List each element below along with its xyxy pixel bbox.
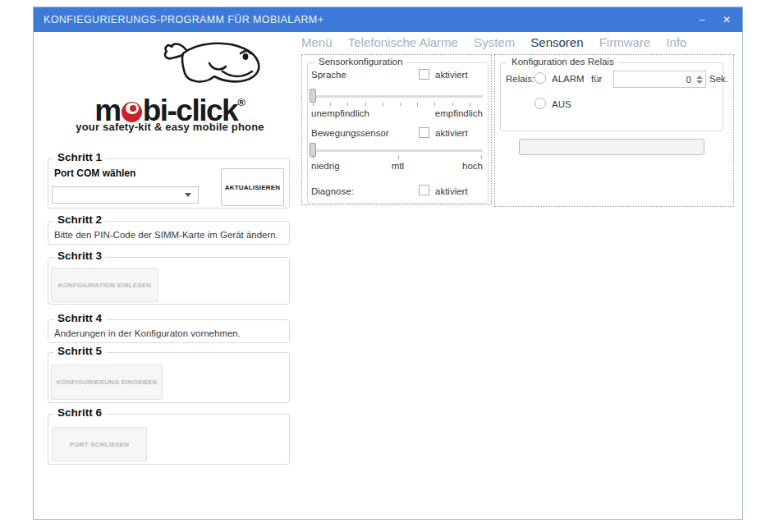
bewegungssensor-mid-label: mtl xyxy=(392,161,404,171)
tick-low xyxy=(313,155,314,159)
relais-alarm-label: ALARM xyxy=(552,74,585,84)
tab-sensoren[interactable]: Sensoren xyxy=(530,35,583,49)
bewegungssensor-high-label: hoch xyxy=(462,161,483,171)
close-icon[interactable]: ✕ xyxy=(714,7,739,32)
red-swirl-o-icon xyxy=(122,102,142,122)
diagnose-label: Diagnose: xyxy=(311,186,354,196)
sensor-panel: Sensorkonfiguration Sprache aktiviert un… xyxy=(301,54,492,205)
sensorkonfiguration-groupbox: Sensorkonfiguration Sprache aktiviert un… xyxy=(307,62,489,204)
sprache-min-label: unempfindlich xyxy=(311,108,369,118)
bewegungssensor-aktiviert-label: aktiviert xyxy=(435,128,468,138)
com-port-select[interactable] xyxy=(52,186,199,204)
window-title: KONFIEGURIERUNGS-PROGRAMM FÜR MOBIALARM+ xyxy=(34,14,690,25)
port-schliessen-button[interactable]: PORT SCHLIEßEN xyxy=(52,427,147,461)
tab-info[interactable]: Info xyxy=(666,35,686,49)
sek-unit-label: Sek. xyxy=(709,74,728,84)
sprache-aktiviert-checkbox[interactable] xyxy=(419,69,429,80)
tick-high xyxy=(481,155,482,159)
port-com-label: Port COM wählen xyxy=(54,167,135,179)
relais-groupbox-title: Konfiguration des Relais xyxy=(507,57,618,66)
relais-alarm-radio[interactable] xyxy=(535,72,546,84)
brand-tagline: your safety-kit & easy mobile phone xyxy=(50,121,290,133)
step-5-box: Schritt 5 KONFIGURIERUNG EINGEBEN xyxy=(48,352,290,403)
sprache-label: Sprache xyxy=(311,70,346,80)
step-4-title: Schritt 4 xyxy=(53,312,106,324)
relais-aus-label: AUS xyxy=(552,99,571,109)
step-6-title: Schritt 6 xyxy=(53,406,106,419)
tick-mid xyxy=(398,155,399,159)
sprache-max-label: empfindlich xyxy=(435,108,483,118)
tab-telefonische-alarme[interactable]: Telefonische Alarme xyxy=(348,35,458,49)
step-1-title: Schritt 1 xyxy=(53,151,106,163)
step-2-text: Bitte den PIN-Code der SIMM-Karte im Ger… xyxy=(54,230,278,240)
konfiguration-einlesen-button[interactable]: KONFIGURATION EINLESEN xyxy=(51,268,158,302)
sprache-slider-thumb[interactable] xyxy=(310,89,316,103)
diagnose-aktiviert-label: aktiviert xyxy=(435,186,468,196)
aktualisieren-button[interactable]: AKTUALISIEREN xyxy=(221,168,284,206)
relais-label: Relais: xyxy=(506,74,535,84)
step-2-box: Schritt 2 Bitte den PIN-Code der SIMM-Ka… xyxy=(48,221,290,245)
bewegungssensor-slider-track[interactable] xyxy=(311,149,483,152)
tab-menue[interactable]: Menü xyxy=(301,35,333,49)
spinner-arrows-icon[interactable] xyxy=(694,71,705,87)
progress-bar xyxy=(519,139,704,155)
duration-spinner[interactable]: 0 xyxy=(613,71,706,88)
step-1-box: Schritt 1 Port COM wählen AKTUALISIEREN xyxy=(48,158,290,209)
step-3-title: Schritt 3 xyxy=(53,250,106,262)
tab-system[interactable]: System xyxy=(474,35,515,49)
step-6-box: Schritt 6 PORT SCHLIEßEN xyxy=(48,414,290,465)
step-3-box: Schritt 3 KONFIGURATION EINLESEN xyxy=(48,257,290,305)
brand-logo: mbi-click® your safety-kit & easy mobile… xyxy=(50,37,290,144)
sprache-slider-track[interactable] xyxy=(311,95,483,98)
diagnose-aktiviert-checkbox[interactable] xyxy=(419,185,429,195)
step-5-title: Schritt 5 xyxy=(53,345,106,357)
konfigurierung-eingeben-button[interactable]: KONFIGURIERUNG EINGEBEN xyxy=(51,365,163,400)
tab-firmware[interactable]: Firmware xyxy=(599,35,651,49)
registered-mark: ® xyxy=(237,96,245,108)
step-4-text: Änderungen in der Konfiguraton vornehmen… xyxy=(54,328,241,338)
bewegungssensor-low-label: niedrig xyxy=(311,161,340,171)
sprache-aktiviert-label: aktiviert xyxy=(435,70,468,80)
app-window: KONFIEGURIERUNGS-PROGRAMM FÜR MOBIALARM+… xyxy=(33,7,743,520)
window-content: Menü Telefonische Alarme System Sensoren… xyxy=(34,32,742,519)
relais-groupbox: Konfiguration des Relais Relais: ALARM f… xyxy=(500,62,723,131)
whale-logo-icon xyxy=(162,39,268,91)
sprache-slider-ticks xyxy=(313,103,483,106)
duration-value: 0 xyxy=(614,75,694,85)
relais-aus-radio[interactable] xyxy=(535,98,546,109)
bewegungssensor-label: Bewegungssensor xyxy=(311,128,389,138)
fuer-label: für xyxy=(591,74,602,84)
title-bar: KONFIEGURIERUNGS-PROGRAMM FÜR MOBIALARM+… xyxy=(34,7,742,32)
bewegungssensor-aktiviert-checkbox[interactable] xyxy=(419,127,429,138)
step-2-title: Schritt 2 xyxy=(53,213,106,226)
step-4-box: Schritt 4 Änderungen in der Konfiguraton… xyxy=(48,319,290,343)
relay-panel: Konfiguration des Relais Relais: ALARM f… xyxy=(494,54,734,207)
chevron-down-icon xyxy=(185,193,191,197)
minimize-icon[interactable]: – xyxy=(690,7,714,32)
sensorkonfiguration-title: Sensorkonfiguration xyxy=(314,57,406,66)
tab-bar: Menü Telefonische Alarme System Sensoren… xyxy=(301,35,736,49)
